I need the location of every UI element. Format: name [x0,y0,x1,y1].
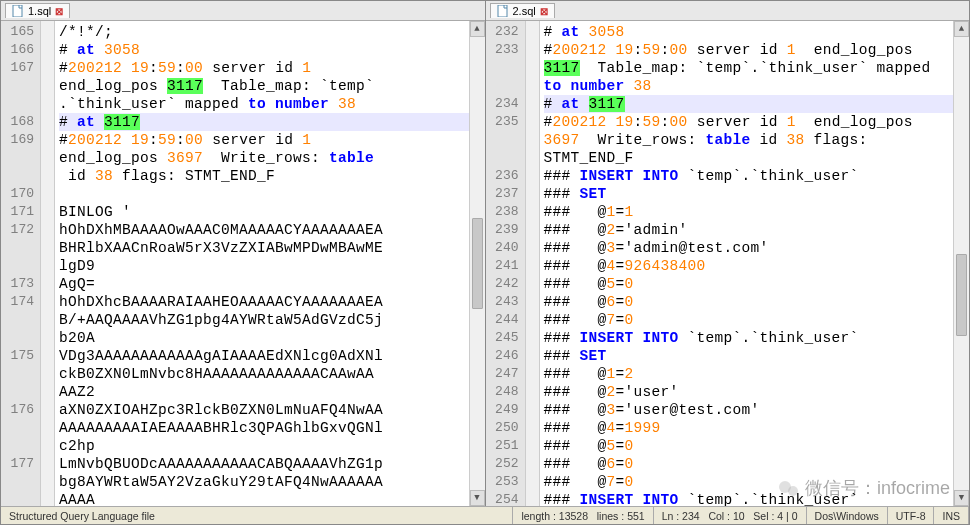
scrollbar-vertical[interactable]: ▲ ▼ [469,21,485,506]
line-number: 236 [490,167,519,185]
tab-left[interactable]: 1.sql ⊠ [5,3,70,18]
line-number: 252 [490,455,519,473]
code-line[interactable]: ### INSERT INTO `temp`.`think_user` [544,491,966,506]
code-line[interactable]: ### INSERT INTO `temp`.`think_user` [544,167,966,185]
code-line[interactable]: ### @3='admin@test.com' [544,239,966,257]
code-line[interactable]: AgQ= [59,275,481,293]
scroll-up-icon[interactable]: ▲ [954,21,969,37]
editor-window: 1.sql ⊠ 165166167 168169 170171172 17317… [0,0,970,525]
line-number: 240 [490,239,519,257]
line-number: 175 [5,347,34,365]
tab-right[interactable]: 2.sql ⊠ [490,3,555,18]
code-line[interactable]: ckB0ZXN0LmNvbc8HAAAAAAAAAAAAACAAwAA [59,365,481,383]
line-number: 244 [490,311,519,329]
code-line[interactable]: # at 3058 [59,41,481,59]
line-number: 241 [490,257,519,275]
code-line[interactable]: B/+AAQAAAAVhZG1pbg4AYWRtaW5AdGVzdC5j [59,311,481,329]
code-line[interactable]: #200212 19:59:00 server id 1 end_log_pos [544,113,966,131]
code-line[interactable]: hOhDXhMBAAAAOwAAAC0MAAAAACYAAAAAAAEA [59,221,481,239]
code-line[interactable]: end_log_pos 3117 Table_map: `temp` [59,77,481,95]
line-number: 235 [490,113,519,131]
right-editor[interactable]: 232233 234235 23623723823924024124224324… [486,21,970,506]
line-gutter: 165166167 168169 170171172 173174 175 17… [1,21,41,506]
code-line[interactable]: #200212 19:59:00 server id 1 [59,131,481,149]
code-line[interactable]: aXN0ZXIOAHZpc3RlckB0ZXN0LmNuAFQ4NwAA [59,401,481,419]
code-line[interactable]: ### @1=2 [544,365,966,383]
code-line[interactable]: ### @4=926438400 [544,257,966,275]
code-line[interactable]: ### @7=0 [544,473,966,491]
line-number: 251 [490,437,519,455]
close-icon[interactable]: ⊠ [540,6,548,17]
code-line[interactable]: ### @5=0 [544,437,966,455]
code-line[interactable]: ### @7=0 [544,311,966,329]
code-line[interactable]: ### SET [544,347,966,365]
code-line[interactable]: # at 3058 [544,23,966,41]
line-number: 169 [5,131,34,149]
code-line[interactable]: ### INSERT INTO `temp`.`think_user` [544,329,966,347]
line-number [5,77,34,95]
line-number: 174 [5,293,34,311]
code-line[interactable]: hOhDXhcBAAAARAIAAHEOAAAAACYAAAAAAAEA [59,293,481,311]
line-number: 173 [5,275,34,293]
fold-margin [526,21,540,506]
code-line[interactable]: #200212 19:59:00 server id 1 end_log_pos [544,41,966,59]
code-area[interactable]: # at 3058#200212 19:59:00 server id 1 en… [540,21,970,506]
code-line[interactable]: BHRlbXAACnRoaW5rX3VzZXIABwMPDwMBAwME [59,239,481,257]
split-panes: 1.sql ⊠ 165166167 168169 170171172 17317… [1,1,969,506]
close-icon[interactable]: ⊠ [55,6,63,17]
code-line[interactable]: b20A [59,329,481,347]
line-number: 247 [490,365,519,383]
code-line[interactable]: AAAAAAAAAIAEAAAABHRlc3QPAGhlbGxvQGNl [59,419,481,437]
code-line[interactable]: 3697 Write_rows: table id 38 flags: [544,131,966,149]
code-line[interactable]: end_log_pos 3697 Write_rows: table [59,149,481,167]
code-line[interactable]: ### @6=0 [544,455,966,473]
line-number: 239 [490,221,519,239]
line-number [5,257,34,275]
line-number: 254 [490,491,519,506]
code-line[interactable]: to number 38 [544,77,966,95]
code-line[interactable]: ### @5=0 [544,275,966,293]
status-position: Ln : 234 Col : 10 Sel : 4 | 0 [654,507,807,524]
code-line[interactable]: AAAA [59,491,481,506]
code-line[interactable]: # at 3117 [59,113,481,131]
line-number: 172 [5,221,34,239]
code-line[interactable]: c2hp [59,437,481,455]
scroll-down-icon[interactable]: ▼ [954,490,969,506]
line-number [5,437,34,455]
code-line[interactable]: STMT_END_F [544,149,966,167]
code-line[interactable]: # at 3117 [544,95,966,113]
line-number [5,149,34,167]
scroll-up-icon[interactable]: ▲ [470,21,485,37]
code-line[interactable]: bg8AYWRtaW5AY2VzaGkuY29tAFQ4NwAAAAAA [59,473,481,491]
line-number: 168 [5,113,34,131]
code-line[interactable]: LmNvbQBUODcAAAAAAAAAAACABQAAAAVhZG1p [59,455,481,473]
code-line[interactable] [59,185,481,203]
line-number: 166 [5,41,34,59]
svg-rect-1 [498,5,507,17]
left-editor[interactable]: 165166167 168169 170171172 173174 175 17… [1,21,485,506]
code-line[interactable]: AAZ2 [59,383,481,401]
code-line[interactable]: ### SET [544,185,966,203]
code-line[interactable]: ### @2='admin' [544,221,966,239]
code-line[interactable]: /*!*/; [59,23,481,41]
code-line[interactable]: ### @2='user' [544,383,966,401]
code-line[interactable]: .`think_user` mapped to number 38 [59,95,481,113]
code-line[interactable]: #200212 19:59:00 server id 1 [59,59,481,77]
code-line[interactable]: ### @6=0 [544,293,966,311]
code-line[interactable]: id 38 flags: STMT_END_F [59,167,481,185]
line-number: 237 [490,185,519,203]
code-line[interactable]: lgD9 [59,257,481,275]
code-line[interactable]: ### @1=1 [544,203,966,221]
code-line[interactable]: ### @3='user@test.com' [544,401,966,419]
line-number: 232 [490,23,519,41]
line-number [5,491,34,506]
scroll-down-icon[interactable]: ▼ [470,490,485,506]
code-line[interactable]: VDg3AAAAAAAAAAAAgAIAAAAEdXNlcg0AdXNl [59,347,481,365]
code-area[interactable]: /*!*/;# at 3058#200212 19:59:00 server i… [55,21,485,506]
right-pane: 2.sql ⊠ 232233 234235 236237238239240241… [486,1,970,506]
code-line[interactable]: BINLOG ' [59,203,481,221]
line-number: 248 [490,383,519,401]
scrollbar-vertical[interactable]: ▲ ▼ [953,21,969,506]
code-line[interactable]: 3117 Table_map: `temp`.`think_user` mapp… [544,59,966,77]
code-line[interactable]: ### @4=1999 [544,419,966,437]
